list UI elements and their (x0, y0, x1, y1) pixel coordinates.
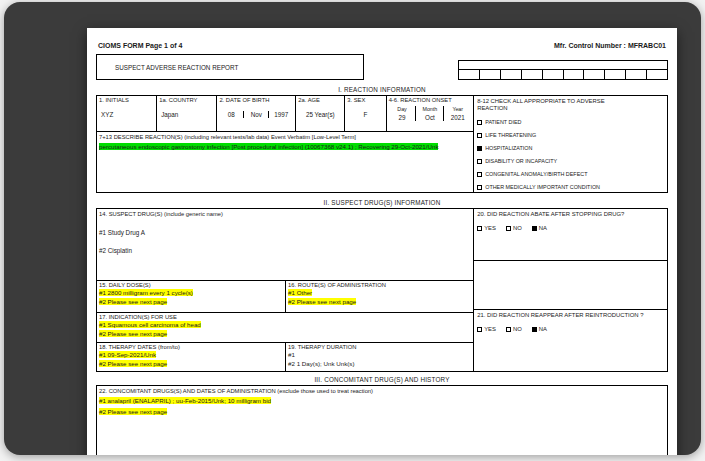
onset-month-col: Month Oct (415, 106, 443, 121)
option-na-label: NA (539, 225, 547, 231)
check-item-congenital-anomaly: CONGENITAL ANOMALY/BIRTH DEFECT (477, 171, 664, 177)
control-grid-cell (459, 70, 480, 79)
indication-line-2: #2 Please see next page (99, 330, 167, 337)
field-suspect-drugs: 14. SUSPECT DRUG(S) (include generic nam… (97, 209, 473, 281)
suspect-drug-line-1: #1 Study Drug A (99, 229, 471, 236)
check-item-hospitalization: HOSPITALIZATION (477, 145, 664, 151)
field-therapy-duration: 19. THERAPY DURATION #1 #2 1 Day(s); Unk… (285, 343, 473, 371)
field-reaction-reappear-label: 21. DID REACTION REAPPEAR AFTER REINTROD… (477, 312, 649, 319)
cioms-form-page: CIOMS FORM Page 1 of 4 Mfr. Control Numb… (87, 28, 677, 455)
field-describe-reactions: 7+13 DESCRIBE REACTION(S) (including rel… (97, 132, 473, 192)
field-sex: 3. SEX F (345, 96, 386, 131)
indication-line-1: #1 Squamous cell carcinoma of head (99, 321, 201, 328)
checkbox-patient-died-icon (477, 120, 482, 125)
suspect-drug-right: 20. DID REACTION ABATE AFTER STOPPING DR… (473, 209, 667, 371)
control-grid-cell (564, 70, 585, 79)
control-grid-cell (522, 70, 543, 79)
report-title-box: SUSPECT ADVERSE REACTION REPORT (96, 54, 364, 80)
dob-year: 1997 (268, 111, 293, 118)
dose-route-row: 15. DAILY DOSE(S) #1 2800 milligram ever… (97, 281, 473, 313)
daily-dose-line-2: #2 Please see next page (99, 298, 167, 305)
field-onset-label: 4-6. REACTION ONSET (389, 97, 472, 104)
report-title-region: SUSPECT ADVERSE REACTION REPORT (96, 54, 668, 80)
report-title: SUSPECT ADVERSE REACTION REPORT (115, 64, 238, 71)
reaction-information-table: 1. INITIALS XYZ 1a. COUNTRY Japan 2. DAT… (96, 95, 668, 193)
control-grid-long-cell (459, 61, 667, 70)
checkbox-reappear-yes-icon (477, 327, 482, 332)
control-grid-cell (584, 70, 605, 79)
form-title: CIOMS FORM Page 1 of 4 (98, 42, 182, 49)
reaction-abate-options: YES NO NA (477, 225, 664, 231)
suspect-drug-table: 14. SUSPECT DRUG(S) (include generic nam… (96, 208, 668, 372)
field-reaction-abate: 20. DID REACTION ABATE AFTER STOPPING DR… (474, 209, 667, 261)
suspect-drug-left: 14. SUSPECT DRUG(S) (include generic nam… (97, 209, 473, 371)
field-reaction-abate-label: 20. DID REACTION ABATE AFTER STOPPING DR… (477, 211, 649, 218)
checkbox-hospitalization-icon (477, 146, 482, 151)
option-no-label: NO (513, 225, 522, 231)
check-item-label: PATIENT DIED (485, 119, 521, 125)
control-grid-cells (459, 70, 667, 79)
check-item-label: OTHER MEDICALLY IMPORTANT CONDITION (485, 184, 600, 190)
onset-day-col: Day 29 (389, 106, 416, 121)
checkbox-reappear-na-icon (532, 327, 537, 332)
therapy-dates-line-1: #1 09-Sep-2021/Unk (99, 351, 156, 358)
option-yes-label: YES (484, 225, 496, 231)
option-yes: YES (477, 326, 496, 332)
onset-month-header: Month (416, 106, 443, 112)
checkbox-reappear-no-icon (506, 327, 511, 332)
concomitant-line-2: #2 Please see next page (99, 408, 167, 415)
dob-month: Nov (243, 111, 268, 118)
field-age-label: 2a. AGE (298, 97, 342, 104)
reaction-reappear-options: YES NO NA (477, 326, 664, 332)
option-yes: YES (477, 225, 496, 231)
concomitant-drugs-table: 22. CONCOMITANT DRUGS(S) AND DATES OF AD… (96, 385, 668, 455)
checkbox-life-threatening-icon (477, 133, 482, 138)
therapy-duration-line-2: #2 1 Day(s); Unk Unk(s) (288, 360, 471, 369)
dob-subcells: 08 Nov 1997 (219, 111, 293, 118)
field-check-all-appropriate: 8-12 CHECK ALL APPROPRIATE TO ADVERSE RE… (473, 96, 667, 192)
field-country: 1a. COUNTRY Japan (157, 96, 217, 131)
control-number: Mfr. Control Number : MFRABC01 (554, 42, 666, 49)
field-indication-label: 17. INDICATION(S) FOR USE (99, 314, 471, 321)
therapy-row: 18. THERAPY DATES (from/to) #1 09-Sep-20… (97, 343, 473, 371)
field-sex-value: F (347, 111, 383, 118)
check-all-label: 8-12 CHECK ALL APPROPRIATE TO ADVERSE RE… (477, 98, 630, 112)
field-suspect-drugs-label: 14. SUSPECT DRUG(S) (include generic nam… (99, 211, 471, 218)
checkbox-abate-no-icon (506, 226, 511, 231)
onset-day-value: 29 (389, 114, 416, 121)
option-na-label: NA (539, 326, 547, 332)
checkbox-other-important-icon (477, 185, 482, 190)
checkbox-abate-yes-icon (477, 226, 482, 231)
control-number-grid (458, 60, 668, 80)
control-grid-cell (626, 70, 647, 79)
check-item-disability: DISABILITY OR INCAPACITY (477, 158, 664, 164)
control-grid-cell (480, 70, 501, 79)
field-initials-label: 1. INITIALS (99, 97, 154, 104)
check-item-patient-died: PATIENT DIED (477, 119, 664, 125)
field-concomitant-drugs-label: 22. CONCOMITANT DRUGS(S) AND DATES OF AD… (99, 388, 665, 395)
onset-year-value: 2021 (444, 114, 471, 121)
control-grid-cell (543, 70, 564, 79)
field-route-of-administration: 16. ROUTE(S) OF ADMINISTRATION #1 Other … (285, 281, 473, 312)
daily-dose-line-1: #1 2800 milligram every 1 cycle(s) (99, 289, 193, 296)
field-daily-dose: 15. DAILY DOSE(S) #1 2800 milligram ever… (97, 281, 285, 312)
dob-day: 08 (219, 111, 243, 118)
field-daily-dose-label: 15. DAILY DOSE(S) (99, 282, 283, 289)
onset-year-col: Year 2021 (443, 106, 471, 121)
reaction-info-left: 1. INITIALS XYZ 1a. COUNTRY Japan 2. DAT… (97, 96, 473, 192)
viewer-frame: CIOMS FORM Page 1 of 4 Mfr. Control Numb… (4, 2, 701, 455)
field-date-of-birth: 2. DATE OF BIRTH 08 Nov 1997 (217, 96, 296, 131)
route-line-1: #1 Other (288, 289, 312, 296)
checkbox-abate-na-icon (532, 226, 537, 231)
therapy-duration-line-1: #1 (288, 351, 471, 360)
control-grid-cell (605, 70, 626, 79)
patient-info-row: 1. INITIALS XYZ 1a. COUNTRY Japan 2. DAT… (97, 96, 473, 132)
route-line-2: #2 Please see next page (288, 298, 356, 305)
field-indication-for-use: 17. INDICATION(S) FOR USE #1 Squamous ce… (97, 313, 473, 343)
field-reaction-reappear: 21. DID REACTION REAPPEAR AFTER REINTROD… (474, 309, 667, 371)
check-item-label: HOSPITALIZATION (485, 145, 532, 151)
therapy-dates-line-2: #2 Please see next page (99, 360, 167, 367)
field-age: 2a. AGE 25 Year(s) (296, 96, 345, 131)
field-country-value: Japan (159, 111, 214, 118)
field-therapy-dates: 18. THERAPY DATES (from/to) #1 09-Sep-20… (97, 343, 285, 371)
